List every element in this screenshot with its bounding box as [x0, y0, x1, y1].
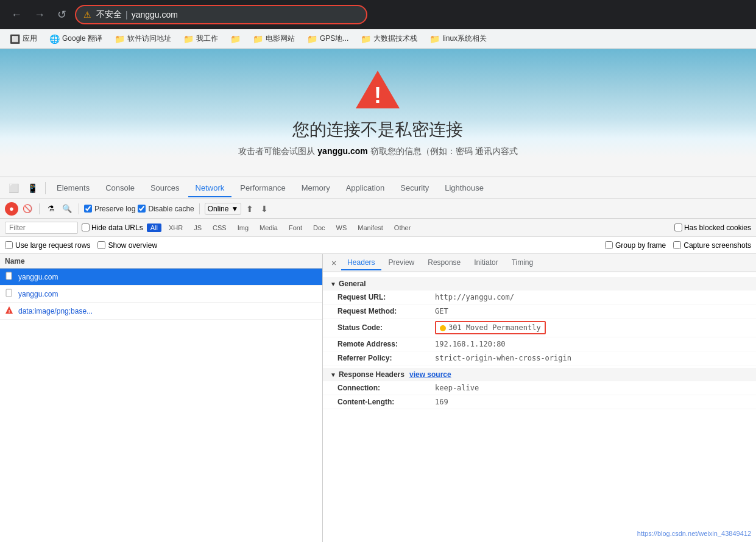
folder-icon-7: 📁 [429, 34, 440, 44]
toolbar-divider-2 [79, 203, 79, 214]
bookmark-apps[interactable]: 🔲 应用 [5, 32, 42, 45]
translate-icon: 🌐 [49, 34, 60, 44]
bookmark-gps[interactable]: 📁 GPS地... [302, 32, 353, 45]
upload-icon[interactable]: ⬆ [244, 203, 256, 215]
request-method-val: GET [435, 307, 448, 315]
detail-content: ▼ General Request URL: http://yanggu.com… [323, 272, 756, 542]
tab-elements[interactable]: Elements [49, 180, 97, 197]
reload-button[interactable]: ↺ [54, 5, 70, 24]
subtitle-domain: yanggu.com [317, 146, 367, 156]
bookmarks-bar: 🔲 应用 🌐 Google 翻译 📁 软件访问地址 📁 我工作 📁 📁 电影网站… [0, 29, 756, 49]
show-overview-input[interactable] [97, 241, 105, 249]
throttle-select[interactable]: Online ▼ [205, 203, 242, 215]
tab-sources[interactable]: Sources [143, 180, 187, 197]
tab-lighthouse[interactable]: Lighthouse [437, 180, 491, 197]
filter-font[interactable]: Font [285, 223, 306, 232]
has-blocked-input[interactable] [674, 223, 682, 231]
filter-bar: Hide data URLs All XHR JS CSS Img Media … [0, 219, 756, 237]
svg-text:!: ! [9, 309, 10, 314]
device-icon[interactable]: 📱 [24, 181, 41, 195]
bookmark-software[interactable]: 📁 软件访问地址 [110, 32, 176, 45]
capture-screenshots-label: Capture screenshots [684, 241, 751, 250]
request-method-row: Request Method: GET [323, 304, 756, 319]
general-arrow-icon: ▼ [330, 281, 336, 287]
filter-all[interactable]: All [147, 223, 161, 232]
preserve-log-checkbox[interactable]: Preserve log [84, 205, 135, 213]
bookmark-translate[interactable]: 🌐 Google 翻译 [44, 32, 107, 45]
filter-ws[interactable]: WS [333, 223, 351, 232]
address-bar[interactable]: ⚠ 不安全 | yanggu.com [75, 5, 367, 24]
general-section-header[interactable]: ▼ General [323, 277, 756, 290]
bookmark-work[interactable]: 📁 我工作 [178, 32, 223, 45]
filter-media[interactable]: Media [256, 223, 281, 232]
filter-css[interactable]: CSS [209, 223, 230, 232]
group-by-frame-input[interactable] [605, 241, 613, 249]
disable-cache-input[interactable] [138, 205, 146, 213]
tab-console[interactable]: Console [98, 180, 142, 197]
row-name-3: data:image/png;base... [18, 307, 93, 315]
filter-other[interactable]: Other [390, 223, 415, 232]
detail-tab-response[interactable]: Response [422, 256, 467, 270]
has-blocked-checkbox[interactable]: Has blocked cookies [674, 223, 751, 232]
search-button[interactable]: 🔍 [60, 202, 74, 216]
view-source-link[interactable]: view source [409, 370, 451, 379]
filter-img[interactable]: Img [234, 223, 252, 232]
bookmark-movies[interactable]: 📁 电影网站 [248, 32, 300, 45]
large-rows-checkbox[interactable]: Use large request rows [5, 241, 90, 250]
tab-memory[interactable]: Memory [294, 180, 337, 197]
capture-screenshots-checkbox[interactable]: Capture screenshots [673, 241, 751, 250]
back-button[interactable]: ← [7, 6, 26, 24]
tab-network[interactable]: Network [188, 180, 232, 197]
detail-tab-headers[interactable]: Headers [341, 256, 381, 270]
network-toolbar: ● 🚫 ⚗ 🔍 Preserve log Disable cache Onlin… [0, 199, 756, 219]
bookmark-empty[interactable]: 📁 [225, 33, 246, 45]
inspect-icon[interactable]: ⬜ [5, 181, 23, 195]
filter-doc[interactable]: Doc [309, 223, 329, 232]
folder-icon-6: 📁 [361, 34, 371, 44]
capture-screenshots-input[interactable] [673, 241, 681, 249]
download-icon[interactable]: ⬇ [258, 203, 270, 215]
detail-close-button[interactable]: × [328, 257, 340, 269]
clear-button[interactable]: 🚫 [21, 202, 34, 216]
tab-application[interactable]: Application [339, 180, 392, 197]
filter-xhr[interactable]: XHR [165, 223, 186, 232]
show-overview-checkbox[interactable]: Show overview [97, 241, 157, 250]
record-button[interactable]: ● [5, 202, 18, 216]
options-bar: Use large request rows Show overview Gro… [0, 237, 756, 254]
devtools-panel: ⬜ 📱 Elements Console Sources Network Per… [0, 177, 756, 542]
filter-js[interactable]: JS [190, 223, 205, 232]
content-length-val: 169 [435, 398, 448, 406]
network-row-yanggu-1[interactable]: yanggu.com [0, 269, 322, 286]
folder-icon-5: 📁 [307, 34, 317, 44]
file-icon-1 [5, 272, 15, 282]
preserve-log-input[interactable] [84, 205, 92, 213]
filter-button[interactable]: ⚗ [44, 202, 58, 216]
detail-tab-initiator[interactable]: Initiator [468, 256, 504, 270]
group-by-frame-checkbox[interactable]: Group by frame [605, 241, 666, 250]
devtools-main: Name yanggu.com yanggu.com [0, 254, 756, 542]
referrer-policy-val: strict-origin-when-cross-origin [435, 354, 571, 362]
disable-cache-checkbox[interactable]: Disable cache [138, 205, 194, 213]
detail-tab-preview[interactable]: Preview [383, 256, 421, 270]
hide-data-urls-checkbox[interactable]: Hide data URLs [82, 223, 143, 232]
content-length-key: Content-Length: [337, 398, 435, 406]
large-rows-input[interactable] [5, 241, 13, 249]
subtitle-text2: 窃取您的信息（例如：密码 通讯内容式 [370, 146, 518, 156]
detail-tab-timing[interactable]: Timing [506, 256, 540, 270]
filter-manifest[interactable]: Manifest [354, 223, 387, 232]
status-code-val: 301 Moved Permanently [435, 321, 546, 334]
detail-tab-bar: × Headers Preview Response Initiator Tim… [323, 254, 756, 272]
bookmark-linux[interactable]: 📁 linux系统相关 [425, 32, 492, 45]
forward-button[interactable]: → [30, 6, 49, 24]
options-right: Group by frame Capture screenshots [605, 241, 751, 250]
bookmark-bigdata[interactable]: 📁 大数据技术栈 [356, 32, 422, 45]
filter-input[interactable] [5, 222, 78, 234]
tab-performance[interactable]: Performance [233, 180, 292, 197]
network-row-data-image[interactable]: ! data:image/png;base... [0, 303, 322, 320]
response-headers-section-header[interactable]: ▼ Response Headers view source [323, 368, 756, 381]
network-row-yanggu-2[interactable]: yanggu.com [0, 286, 322, 303]
hide-data-urls-input[interactable] [82, 223, 90, 231]
tab-security[interactable]: Security [393, 180, 436, 197]
bookmark-apps-label: 应用 [23, 33, 37, 44]
name-column-header: Name [5, 257, 25, 266]
